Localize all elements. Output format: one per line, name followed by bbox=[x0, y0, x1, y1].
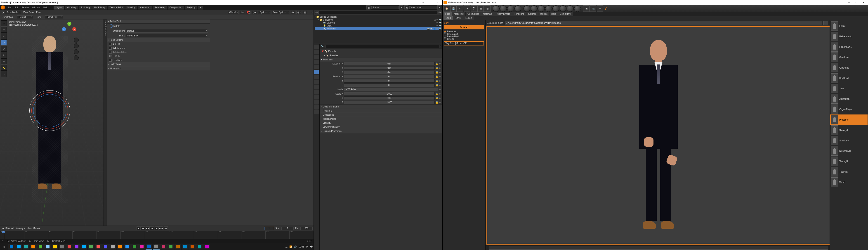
prop-tab-scene-icon[interactable] bbox=[314, 60, 319, 64]
mh-tb-checker-icon[interactable]: ▨ bbox=[484, 5, 491, 12]
mh-tb-grid-icon[interactable]: ▦ bbox=[477, 5, 484, 12]
mh-tb-question-icon[interactable]: ? bbox=[604, 6, 607, 11]
lock-icon[interactable]: 🔓 bbox=[436, 92, 438, 95]
npanel-tab-tool[interactable]: Tool bbox=[104, 26, 107, 30]
autoik-checkbox[interactable] bbox=[109, 43, 112, 46]
mh-tb-sym2-icon[interactable] bbox=[531, 5, 537, 12]
tool-scale-icon[interactable]: ⤢ bbox=[1, 46, 7, 52]
prop-tab-material-icon[interactable] bbox=[314, 110, 319, 114]
prop-tab-modifier-icon[interactable] bbox=[314, 75, 319, 79]
radio-icon[interactable] bbox=[444, 38, 446, 40]
outliner-search[interactable] bbox=[318, 11, 437, 14]
tab-compositing[interactable]: Compositing bbox=[168, 6, 184, 9]
loc-x[interactable]: 0 m bbox=[344, 62, 435, 65]
taskbar-app-icon[interactable] bbox=[167, 244, 174, 250]
pivot-icon[interactable]: ⊙▾ bbox=[240, 11, 245, 14]
menu-help[interactable]: Help bbox=[42, 6, 50, 9]
tab-rendering[interactable]: Rendering bbox=[153, 6, 167, 9]
mh-tab[interactable]: Pose/Animate bbox=[494, 12, 512, 16]
taskbar-app-icon[interactable] bbox=[66, 244, 73, 250]
mh-tab[interactable]: Community bbox=[558, 12, 573, 16]
scl-y[interactable]: 1.000 bbox=[344, 96, 435, 100]
props-section-head[interactable]: Visibility bbox=[320, 121, 442, 125]
keyframe-dot[interactable] bbox=[439, 63, 440, 64]
jump-end-icon[interactable]: ⏭ bbox=[164, 226, 168, 230]
prop-tab-object-icon[interactable] bbox=[314, 70, 319, 74]
tree-collection[interactable]: ▾📁 Collection☑ 👁 📷 bbox=[315, 18, 441, 21]
model-list-item[interactable]: Teethgirl bbox=[830, 156, 868, 167]
options-dropdown[interactable]: Options bbox=[258, 11, 270, 14]
taskbar-app-icon[interactable] bbox=[59, 244, 66, 250]
taskbar-app-icon[interactable] bbox=[146, 244, 152, 250]
model-list-item[interactable]: OrganPlayer bbox=[830, 104, 868, 114]
taskbar-app-icon[interactable] bbox=[131, 244, 138, 250]
gizmo-z-axis-icon[interactable]: Z bbox=[62, 27, 66, 31]
props-options-icon[interactable]: ▾ bbox=[440, 45, 441, 48]
drag-dropdown[interactable]: Select Box bbox=[126, 34, 208, 37]
model-list-item[interactable]: Preacher bbox=[830, 114, 868, 125]
mh-tb-pose3-icon[interactable] bbox=[507, 5, 514, 12]
mh-tb-help-icon[interactable]: ❔ bbox=[471, 5, 477, 12]
prop-tab-world-icon[interactable] bbox=[314, 65, 319, 69]
browse-button[interactable]: … bbox=[823, 21, 828, 25]
tab-add[interactable]: + bbox=[198, 6, 203, 9]
mh-tab[interactable]: Files bbox=[443, 12, 452, 16]
tab-shading[interactable]: Shading bbox=[125, 6, 137, 9]
current-frame[interactable]: 1 bbox=[264, 227, 274, 230]
system-tray[interactable]: ˄ ☁ 📶 🔊 10:08 PM 💬 bbox=[282, 246, 313, 248]
sort-radio-row[interactable]: By size bbox=[444, 38, 484, 40]
play-fwd-icon[interactable]: ▶ bbox=[155, 226, 159, 230]
loc-z[interactable]: 0 m bbox=[344, 71, 435, 74]
jump-start-icon[interactable]: ⏮ bbox=[141, 226, 145, 230]
outliner-editor-icon[interactable]: ≣▾ bbox=[315, 11, 318, 14]
mh-tb-sym5-icon[interactable] bbox=[553, 5, 559, 12]
viewlayer-icon[interactable]: ▣ bbox=[404, 5, 408, 9]
prop-tab-boneconstraint-icon[interactable] bbox=[314, 105, 319, 109]
start-frame[interactable]: 1 bbox=[281, 227, 293, 230]
mh-tab[interactable]: Materials bbox=[481, 12, 494, 16]
model-list-item[interactable]: Fisherman... bbox=[830, 41, 868, 52]
tree-scene-collection[interactable]: ▾📁 Scene Collection bbox=[315, 16, 441, 18]
tl-menu-playback[interactable]: Playback bbox=[5, 227, 15, 230]
tab-sculpting[interactable]: Sculpting bbox=[79, 6, 92, 9]
play-rev-icon[interactable]: ◄ bbox=[150, 226, 154, 230]
n-panel[interactable]: Item Tool View bbox=[103, 20, 107, 226]
mh-tab[interactable]: Utilities bbox=[538, 12, 549, 16]
mh-viewport[interactable] bbox=[487, 26, 830, 245]
prop-tab-physics-icon[interactable] bbox=[314, 85, 319, 89]
tab-uv[interactable]: UV Editing bbox=[92, 6, 107, 9]
radio-icon[interactable] bbox=[444, 33, 446, 35]
taskbar-app-icon[interactable] bbox=[189, 244, 196, 250]
tool-select-icon[interactable]: ▭ bbox=[1, 20, 7, 26]
viewlayer-new-icon[interactable]: ▾ bbox=[437, 5, 441, 9]
model-list-item[interactable]: HaySeed bbox=[830, 73, 868, 83]
viewlayer-field[interactable]: View Layer bbox=[409, 6, 436, 9]
props-search[interactable] bbox=[325, 45, 439, 48]
refresh-button[interactable]: Refresh bbox=[444, 25, 484, 29]
nav-gizmo[interactable]: Y X Z bbox=[62, 22, 76, 36]
taskbar-app-icon[interactable] bbox=[175, 244, 181, 250]
scl-z[interactable]: 1.000 bbox=[344, 101, 435, 104]
prop-tab-viewlayer-icon[interactable] bbox=[314, 55, 319, 59]
radio-icon[interactable] bbox=[444, 35, 446, 38]
tool-move-icon[interactable]: ↔ bbox=[1, 33, 7, 39]
playhead[interactable] bbox=[4, 231, 4, 239]
mh-close-button[interactable]: ✕ bbox=[860, 0, 867, 5]
model-list-item[interactable]: Smallboy bbox=[830, 135, 868, 146]
start-button[interactable]: ⊞ bbox=[1, 244, 8, 250]
minimize-button[interactable]: ─ bbox=[420, 0, 427, 5]
hdr-menu-view[interactable]: View bbox=[23, 11, 28, 13]
tree-light[interactable]: ▸💡 Light👁 📷 bbox=[315, 24, 441, 27]
rot-x[interactable]: 0° bbox=[344, 75, 435, 78]
mh-status-input[interactable] bbox=[489, 246, 828, 250]
pose-options-dropdown[interactable]: Pose Options bbox=[271, 11, 289, 14]
props-section-head[interactable]: Motion Paths bbox=[320, 117, 442, 121]
props-section-head[interactable]: Custom Properties bbox=[320, 129, 442, 133]
breadcrumb-2[interactable]: Preacher bbox=[330, 54, 339, 57]
model-list-item[interactable]: SweepBVH bbox=[830, 146, 868, 156]
scene-new-icon[interactable]: ▾ bbox=[399, 5, 403, 9]
mh-subtab[interactable]: Load bbox=[443, 16, 453, 20]
radio-icon[interactable] bbox=[444, 31, 446, 33]
mh-maximize-button[interactable]: □ bbox=[852, 0, 860, 5]
filter-icon[interactable]: ⚗▾ bbox=[438, 11, 441, 14]
